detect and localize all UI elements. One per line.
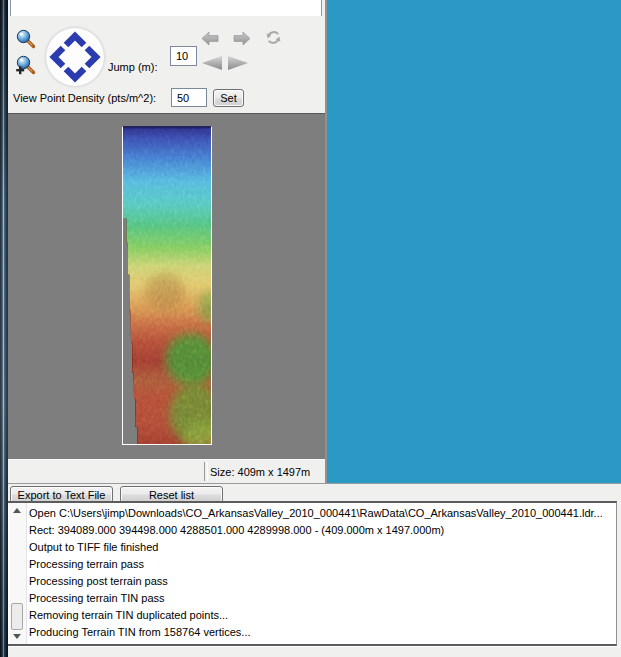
pan-down-icon	[66, 69, 84, 78]
navigation-toolbar: Jump (m):	[8, 16, 325, 113]
application-window: Jump (m):	[0, 0, 621, 657]
log-list-box: Open C:\Users\jimp\Downloads\CO_Arkansas…	[8, 501, 617, 646]
log-line[interactable]: Open C:\Users\jimp\Downloads\CO_Arkansas…	[29, 505, 612, 522]
map-size-status: Size: 409m x 1497m	[210, 466, 310, 478]
log-line[interactable]: Processing terrain TIN pass	[29, 590, 612, 607]
statusbar-separator	[204, 462, 208, 481]
log-scrollbar[interactable]	[9, 503, 27, 644]
scroll-up-button[interactable]	[9, 503, 25, 518]
jump-label: Jump (m):	[108, 61, 158, 73]
zoom-tool-icon[interactable]	[14, 28, 36, 50]
pan-right-icon	[87, 48, 96, 66]
step-next-triangle-icon[interactable]	[228, 56, 248, 70]
map-status-bar: Size: 409m x 1497m	[8, 459, 325, 483]
triangle-up-icon	[13, 508, 21, 513]
view-point-density-label: View Point Density (pts/m^2):	[13, 92, 156, 104]
log-line[interactable]: Rect: 394089.000 394498.000 4288501.000 …	[29, 522, 612, 539]
pan-up-icon	[66, 36, 84, 45]
log-section: Export to Text File Reset list Open C:\U…	[8, 483, 621, 657]
scrollbar-thumb[interactable]	[11, 603, 23, 630]
bottom-strip	[8, 646, 621, 657]
step-prev-triangle-icon[interactable]	[202, 56, 222, 70]
back-arrow-icon[interactable]	[202, 32, 219, 45]
log-list: Open C:\Users\jimp\Downloads\CO_Arkansas…	[29, 505, 612, 641]
log-line[interactable]: Processing post terrain pass	[29, 573, 612, 590]
log-line[interactable]: Removing terrain TIN duplicated points..…	[29, 607, 612, 624]
jump-input[interactable]	[170, 46, 197, 66]
forward-arrow-icon[interactable]	[233, 32, 250, 45]
scroll-down-button[interactable]	[9, 629, 25, 644]
main-map-canvas[interactable]	[325, 0, 621, 484]
window-edge	[0, 0, 8, 657]
map-viewport	[8, 113, 325, 459]
control-panel: Jump (m):	[8, 0, 325, 483]
refresh-icon[interactable]	[265, 29, 282, 46]
file-list-box[interactable]	[10, 0, 322, 17]
pan-navigation-pad[interactable]	[46, 28, 104, 86]
log-line[interactable]: Processing terrain pass	[29, 556, 612, 573]
set-density-button[interactable]: Set	[213, 89, 244, 107]
log-line[interactable]: Output to TIFF file finished	[29, 539, 612, 556]
zoom-in-tool-icon[interactable]	[14, 54, 36, 76]
terrain-map-image[interactable]	[122, 126, 212, 445]
log-line[interactable]: Producing Terrain TIN from 158764 vertic…	[29, 624, 612, 641]
triangle-down-icon	[13, 634, 21, 639]
density-input[interactable]	[171, 88, 207, 107]
pan-left-icon	[54, 48, 63, 66]
